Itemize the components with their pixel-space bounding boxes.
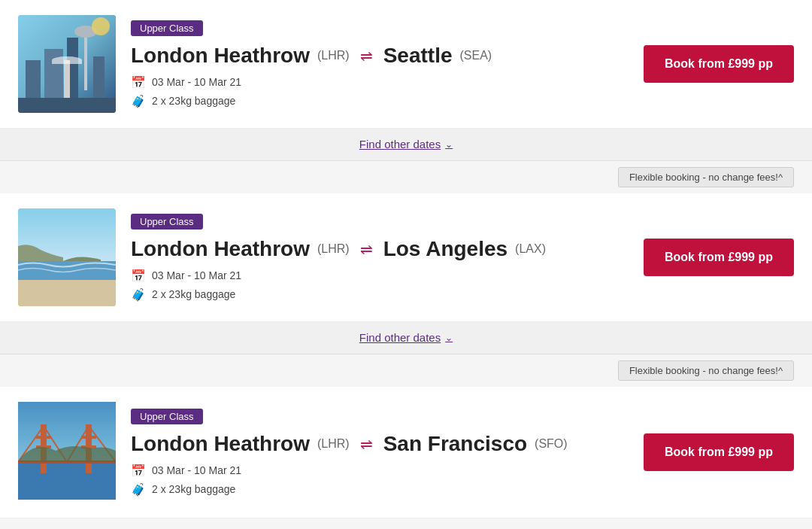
route-sf: London Heathrow (LHR) ⇌ San Francisco (S… xyxy=(131,432,629,456)
flight-image-seattle xyxy=(18,15,116,113)
book-button-la[interactable]: Book from £999 pp xyxy=(644,239,794,276)
svg-rect-13 xyxy=(18,462,116,500)
destination-name-la: Los Angeles xyxy=(383,237,508,261)
exchange-icon-la: ⇌ xyxy=(360,240,373,258)
calendar-icon-sf: 📅 xyxy=(131,464,146,478)
find-dates-link-1[interactable]: Find other dates ⌄ xyxy=(359,138,453,150)
dates-item-la: 📅 03 Mar - 10 Mar 21 xyxy=(131,269,629,283)
book-button-sf[interactable]: Book from £999 pp xyxy=(644,433,794,471)
baggage-icon-sf: 🧳 xyxy=(131,482,146,497)
flight-meta-seattle: 📅 03 Mar - 10 Mar 21 🧳 2 x 23kg baggage xyxy=(131,75,629,108)
flight-card-la: Upper Class London Heathrow (LHR) ⇌ Los … xyxy=(0,193,812,322)
flights-list: Upper Class London Heathrow (LHR) ⇌ Seat… xyxy=(0,0,812,518)
class-badge-sf: Upper Class xyxy=(131,409,203,424)
flexible-badge-1: Flexible booking - no change fees!^ xyxy=(618,167,794,187)
find-dates-text-1: Find other dates xyxy=(359,138,441,150)
baggage-icon-seattle: 🧳 xyxy=(131,94,146,108)
flight-info-sf: Upper Class London Heathrow (LHR) ⇌ San … xyxy=(131,409,629,497)
class-badge-seattle: Upper Class xyxy=(131,20,203,36)
baggage-text-seattle: 2 x 23kg baggage xyxy=(152,95,235,107)
baggage-text-sf: 2 x 23kg baggage xyxy=(152,483,235,495)
origin-name-la: London Heathrow xyxy=(131,237,310,261)
dates-item-seattle: 📅 03 Mar - 10 Mar 21 xyxy=(131,75,629,90)
baggage-item-sf: 🧳 2 x 23kg baggage xyxy=(131,482,629,497)
flexible-badge-2: Flexible booking - no change fees!^ xyxy=(618,360,794,381)
destination-name-seattle: Seattle xyxy=(383,44,453,68)
dates-text-seattle: 03 Mar - 10 Mar 21 xyxy=(152,76,241,88)
flight-meta-la: 📅 03 Mar - 10 Mar 21 🧳 2 x 23kg baggage xyxy=(131,269,629,302)
origin-name-sf: London Heathrow xyxy=(131,432,310,456)
svg-rect-23 xyxy=(81,436,96,439)
origin-code-la: (LHR) xyxy=(317,242,350,256)
flight-image-sf xyxy=(18,402,116,503)
route-la: London Heathrow (LHR) ⇌ Los Angeles (LAX… xyxy=(131,237,629,261)
exchange-icon-sf: ⇌ xyxy=(360,435,373,453)
find-dates-bar-2: Find other dates ⌄ xyxy=(0,322,812,354)
chevron-down-icon-2: ⌄ xyxy=(445,333,453,343)
flexible-bar-2: Flexible booking - no change fees!^ xyxy=(0,354,812,387)
origin-code-seattle: (LHR) xyxy=(317,49,350,62)
svg-rect-11 xyxy=(18,280,116,306)
baggage-text-la: 2 x 23kg baggage xyxy=(152,288,235,300)
calendar-icon-la: 📅 xyxy=(131,269,146,283)
flexible-bar-1: Flexible booking - no change fees!^ xyxy=(0,161,812,193)
svg-rect-8 xyxy=(18,98,116,113)
origin-code-sf: (LHR) xyxy=(317,437,350,451)
svg-rect-4 xyxy=(84,30,87,90)
destination-code-la: (LAX) xyxy=(515,242,546,256)
flight-info-seattle: Upper Class London Heathrow (LHR) ⇌ Seat… xyxy=(131,20,629,108)
flight-card-seattle: Upper Class London Heathrow (LHR) ⇌ Seat… xyxy=(0,0,812,129)
calendar-icon-seattle: 📅 xyxy=(131,75,146,90)
chevron-down-icon-1: ⌄ xyxy=(445,139,453,150)
route-seattle: London Heathrow (LHR) ⇌ Seattle (SEA) xyxy=(131,44,629,68)
book-button-seattle[interactable]: Book from £999 pp xyxy=(644,45,794,83)
dates-text-la: 03 Mar - 10 Mar 21 xyxy=(152,269,241,281)
origin-name-seattle: London Heathrow xyxy=(131,44,310,68)
flight-info-la: Upper Class London Heathrow (LHR) ⇌ Los … xyxy=(131,214,629,302)
baggage-item-la: 🧳 2 x 23kg baggage xyxy=(131,287,629,302)
svg-rect-21 xyxy=(36,436,51,439)
baggage-item-seattle: 🧳 2 x 23kg baggage xyxy=(131,94,629,108)
class-badge-la: Upper Class xyxy=(131,214,203,230)
destination-code-sf: (SFO) xyxy=(535,437,568,451)
exchange-icon-seattle: ⇌ xyxy=(360,47,373,65)
destination-name-sf: San Francisco xyxy=(383,432,527,456)
destination-code-seattle: (SEA) xyxy=(459,49,492,62)
find-dates-text-2: Find other dates xyxy=(359,331,441,344)
dates-text-sf: 03 Mar - 10 Mar 21 xyxy=(152,464,241,476)
find-dates-link-2[interactable]: Find other dates ⌄ xyxy=(359,331,453,344)
baggage-icon-la: 🧳 xyxy=(131,287,146,302)
flight-card-sf: Upper Class London Heathrow (LHR) ⇌ San … xyxy=(0,387,812,518)
svg-point-7 xyxy=(92,17,110,35)
find-dates-bar-1: Find other dates ⌄ xyxy=(0,129,812,161)
flight-image-la xyxy=(18,208,116,306)
flight-meta-sf: 📅 03 Mar - 10 Mar 21 🧳 2 x 23kg baggage xyxy=(131,464,629,497)
dates-item-sf: 📅 03 Mar - 10 Mar 21 xyxy=(131,464,629,478)
